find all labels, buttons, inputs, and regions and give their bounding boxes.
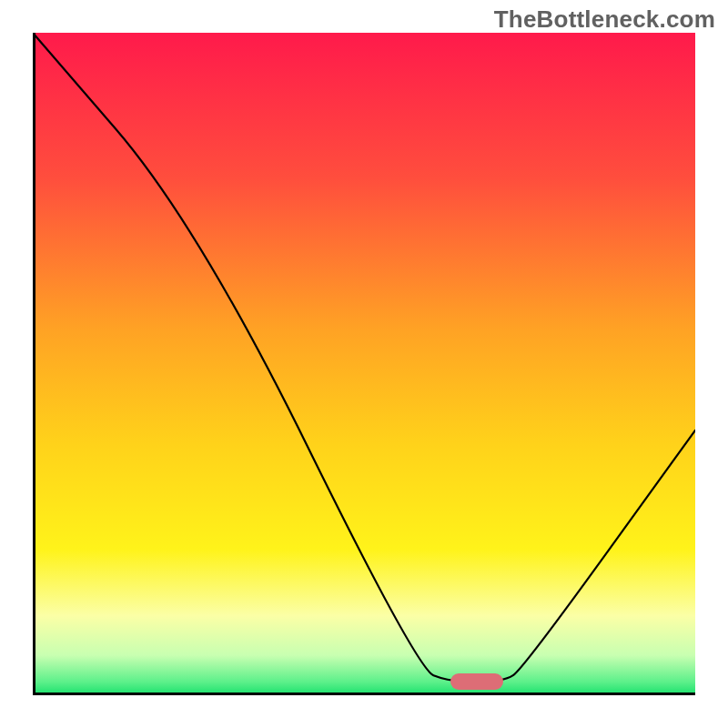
curve-line bbox=[33, 33, 695, 695]
curve-path bbox=[33, 33, 695, 682]
optimal-range-marker bbox=[450, 673, 503, 690]
chart-container: { "watermark": "TheBottleneck.com", "cha… bbox=[0, 0, 728, 728]
plot-area bbox=[33, 33, 695, 695]
watermark-text: TheBottleneck.com bbox=[494, 5, 715, 34]
